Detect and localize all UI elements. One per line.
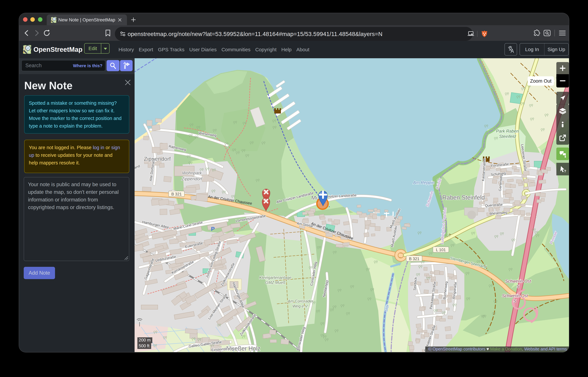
svg-text:Schwerin-Ost: Schwerin-Ost [502, 293, 528, 298]
svg-text:Raben Steinfeld: Raben Steinfeld [442, 194, 485, 201]
svg-text:Kleingartenanlage: Kleingartenanlage [259, 275, 291, 280]
svg-text:5: 5 [514, 298, 516, 304]
svg-text:Zippendorf: Zippendorf [144, 156, 171, 162]
svg-text:Zippendorf: Zippendorf [181, 177, 203, 181]
svg-text:B 321: B 321 [409, 257, 420, 261]
svg-text:P: P [211, 226, 215, 232]
svg-text:Schwerin-Ost: Schwerin-Ost [505, 279, 531, 283]
svg-text:5: 5 [517, 284, 519, 289]
svg-text:Steinfeld: Steinfeld [499, 134, 516, 139]
svg-text:Weg e.V.: Weg e.V. [292, 304, 309, 308]
svg-text:?: ? [564, 169, 566, 173]
svg-text:Am Consrader: Am Consrader [287, 299, 313, 303]
svg-text:GMZ Mueß: GMZ Mueß [265, 280, 285, 285]
svg-text:B 321: B 321 [171, 192, 182, 196]
svg-text:Wohnpark: Wohnpark [182, 170, 202, 175]
svg-text:Park Raben: Park Raben [496, 129, 519, 134]
svg-text:Am Reppin: Am Reppin [413, 180, 434, 185]
svg-text:L 101: L 101 [436, 247, 446, 252]
